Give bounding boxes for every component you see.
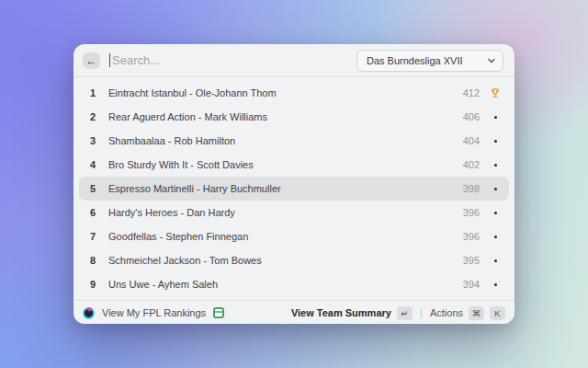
rankings-list: 1 Eintracht Istanbul - Ole-Johann Thom 4… (74, 77, 514, 300)
rank-dot-icon (494, 236, 497, 238)
rank-dot-icon (494, 164, 497, 167)
league-dropdown-value: Das Burndesliga XVII (367, 55, 463, 66)
list-item[interactable]: 2 Rear Aguerd Action - Mark Williams 406 (79, 105, 509, 129)
team-manager-label: Uns Uwe - Ayhem Saleh (108, 279, 458, 290)
list-item[interactable]: 8 Schmeichel Jackson - Tom Bowes 395 (79, 248, 509, 272)
fpl-app-icon (83, 307, 95, 319)
rank-dot-icon (494, 116, 497, 119)
list-item[interactable]: 1 Eintracht Istanbul - Ole-Johann Thom 4… (79, 81, 509, 105)
rank-dot-icon (494, 259, 497, 262)
back-button[interactable]: ← (83, 52, 100, 69)
rank-number: 3 (87, 135, 98, 146)
rank-dot-icon (494, 188, 497, 190)
search-input[interactable] (110, 53, 356, 67)
k-key-badge: K (490, 306, 505, 320)
list-item[interactable]: 5 Espresso Martinelli - Harry Buchmuller… (79, 177, 509, 201)
rank-dot-icon (494, 140, 497, 143)
rank-number: 5 (87, 183, 98, 194)
team-manager-label: Hardy's Heroes - Dan Hardy (108, 207, 458, 218)
rankings-list-icon (213, 307, 224, 318)
score-value: 396 (458, 231, 480, 242)
search-header: ← Das Burndesliga XVII (74, 44, 514, 77)
footer-divider (421, 308, 422, 318)
cmd-key-badge: ⌘ (469, 306, 484, 320)
team-manager-label: Eintracht Istanbul - Ole-Johann Thom (108, 87, 458, 98)
list-item[interactable]: 4 Bro Sturdy With It - Scott Davies 402 (79, 153, 509, 177)
score-value: 412 (458, 87, 480, 98)
score-value: 406 (458, 111, 480, 122)
team-manager-label: Schmeichel Jackson - Tom Bowes (108, 255, 458, 266)
league-dropdown[interactable]: Das Burndesliga XVII (356, 50, 503, 72)
view-team-summary-button[interactable]: View Team Summary (291, 307, 391, 318)
team-manager-label: Shambaalaa - Rob Hamilton (108, 135, 458, 146)
rank-number: 9 (87, 279, 98, 290)
list-item[interactable]: 7 Goodfellas - Stephen Finnegan 396 (79, 224, 509, 248)
list-item[interactable]: 6 Hardy's Heroes - Dan Hardy 396 (79, 201, 509, 224)
score-value: 398 (458, 183, 480, 194)
rank-number: 8 (87, 255, 98, 266)
rank-number: 1 (87, 87, 98, 98)
score-value: 395 (458, 255, 480, 266)
actions-button[interactable]: Actions (430, 307, 463, 318)
search-field-wrap (109, 53, 356, 67)
list-item[interactable]: 3 Shambaalaa - Rob Hamilton 404 (79, 129, 509, 153)
rank-number: 2 (87, 111, 98, 122)
rank-number: 7 (87, 231, 98, 242)
footer-command-label: View My FPL Rankings (102, 307, 206, 318)
enter-key-badge: ↵ (397, 306, 413, 320)
rank-number: 6 (87, 207, 98, 218)
team-manager-label: Espresso Martinelli - Harry Buchmuller (108, 183, 458, 194)
arrow-left-icon: ← (86, 55, 97, 66)
chevron-down-icon (488, 58, 495, 63)
trophy-icon (490, 87, 501, 98)
team-manager-label: Rear Aguerd Action - Mark Williams (108, 111, 458, 122)
rank-dot-icon (494, 212, 497, 214)
team-manager-label: Bro Sturdy With It - Scott Davies (108, 159, 458, 170)
rank-number: 4 (87, 159, 98, 170)
team-manager-label: Goodfellas - Stephen Finnegan (108, 231, 458, 242)
rank-dot-icon (494, 283, 497, 286)
command-palette: ← Das Burndesliga XVII 1 Eintracht Istan… (74, 44, 514, 324)
score-value: 396 (458, 207, 480, 218)
score-value: 402 (458, 159, 480, 170)
score-value: 404 (458, 135, 480, 146)
list-item[interactable]: 9 Uns Uwe - Ayhem Saleh 394 (79, 272, 509, 296)
footer-bar: View My FPL Rankings View Team Summary ↵… (74, 300, 514, 324)
score-value: 394 (458, 279, 480, 290)
